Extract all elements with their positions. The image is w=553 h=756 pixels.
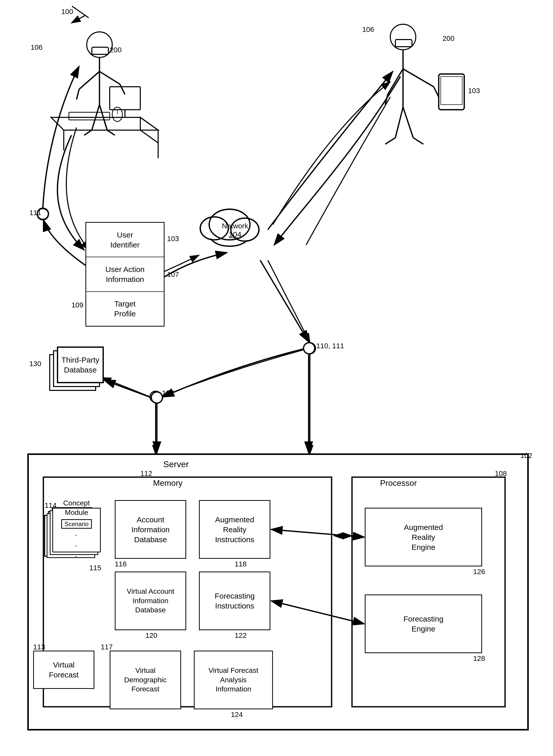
ref-110-111: 110, 111 xyxy=(316,342,344,350)
ref-103-top: 103 xyxy=(468,87,480,95)
svg-line-12 xyxy=(99,104,107,130)
svg-rect-26 xyxy=(395,40,412,47)
ar-engine-box: AugmentedRealityEngine xyxy=(365,508,482,566)
svg-line-13 xyxy=(84,130,92,135)
ref-102: 102 xyxy=(520,452,532,460)
ref-200-right: 200 xyxy=(443,34,455,43)
svg-line-9 xyxy=(77,89,79,99)
svg-rect-22 xyxy=(69,112,110,120)
svg-line-33 xyxy=(403,107,413,138)
svg-line-28 xyxy=(403,69,433,87)
svg-marker-16 xyxy=(140,118,158,143)
ref-100: 100 xyxy=(61,8,73,16)
svg-rect-19 xyxy=(110,87,140,110)
ref-127: 127 xyxy=(162,389,174,397)
diagram-container: 100 106 200 106 200 103 110 111 Network … xyxy=(0,0,553,756)
ref-122: 122 xyxy=(235,631,247,639)
svg-line-70 xyxy=(271,529,364,537)
svg-line-32 xyxy=(395,107,403,138)
ref-126: 126 xyxy=(473,568,485,576)
ref-106-left: 106 xyxy=(30,44,43,52)
ref-118: 118 xyxy=(235,560,247,568)
svg-line-35 xyxy=(413,138,423,144)
svg-point-4 xyxy=(87,32,112,57)
ref-113: 113 xyxy=(33,643,45,651)
ref-111: 111 xyxy=(29,209,41,217)
svg-point-25 xyxy=(390,24,416,50)
svg-point-78 xyxy=(151,392,162,403)
virtual-forecast-analysis-box: Virtual ForecastAnalysisInformation xyxy=(194,651,273,709)
svg-rect-37 xyxy=(441,77,462,104)
ref-128: 128 xyxy=(473,655,485,663)
svg-point-23 xyxy=(112,107,123,122)
svg-line-8 xyxy=(99,71,120,84)
virtual-forecast-box: VirtualForecast xyxy=(33,651,94,689)
ref-103-box: 103 xyxy=(167,235,179,243)
svg-rect-36 xyxy=(439,74,464,110)
ref-200-left: 200 xyxy=(110,46,122,54)
svg-line-63 xyxy=(102,378,150,397)
ref-100-line xyxy=(72,6,89,18)
svg-line-29 xyxy=(433,87,439,97)
svg-line-31 xyxy=(385,94,388,104)
svg-line-10 xyxy=(120,84,125,94)
svg-line-30 xyxy=(388,69,403,94)
svg-line-71 xyxy=(271,601,364,624)
concept-module-box: ConceptModule Scenario ··· xyxy=(52,508,101,552)
box-110: UserIdentifier User ActionInformation Ta… xyxy=(85,222,164,326)
ref-120: 120 xyxy=(145,631,157,639)
memory-label: Memory xyxy=(153,478,183,488)
svg-point-59 xyxy=(304,343,316,354)
ref-124: 124 xyxy=(231,710,243,719)
ref-115: 115 xyxy=(89,564,101,572)
ref-112: 112 xyxy=(140,469,152,478)
virtual-account-db-box: Virtual AccountInformationDatabase xyxy=(115,572,186,630)
virtual-demo-forecast-box: VirtualDemographicForecast xyxy=(110,651,181,709)
svg-point-77 xyxy=(304,343,315,354)
server-label: Server xyxy=(163,459,189,469)
svg-line-58 xyxy=(71,15,85,23)
svg-line-34 xyxy=(385,138,395,144)
forecasting-instructions-box: ForecastingInstructions xyxy=(199,572,270,630)
ref-109: 109 xyxy=(71,301,83,309)
network-label: Network 104 xyxy=(222,222,248,239)
svg-point-62 xyxy=(150,391,161,402)
ref-117: 117 xyxy=(101,643,113,651)
svg-marker-15 xyxy=(51,118,158,130)
svg-line-14 xyxy=(107,130,115,135)
svg-line-7 xyxy=(79,71,99,89)
svg-line-72 xyxy=(260,260,309,342)
processor-label: Processor xyxy=(380,478,417,488)
svg-line-60 xyxy=(268,260,310,343)
svg-rect-55 xyxy=(28,454,528,730)
ref-107: 107 xyxy=(167,271,179,279)
ar-instructions-box: AugmentedRealityInstructions xyxy=(199,500,270,559)
third-party-db-box: Third-PartyDatabase xyxy=(57,347,103,383)
svg-line-11 xyxy=(92,104,99,130)
forecasting-engine-box: ForecastingEngine xyxy=(365,595,482,653)
ref-106-right: 106 xyxy=(362,25,374,34)
account-info-db-box: AccountInformationDatabase xyxy=(115,500,186,559)
ref-130: 130 xyxy=(29,360,41,368)
svg-rect-5 xyxy=(92,47,108,54)
svg-line-75 xyxy=(104,380,151,397)
ref-108: 108 xyxy=(495,469,507,478)
ref-116: 116 xyxy=(115,560,127,568)
